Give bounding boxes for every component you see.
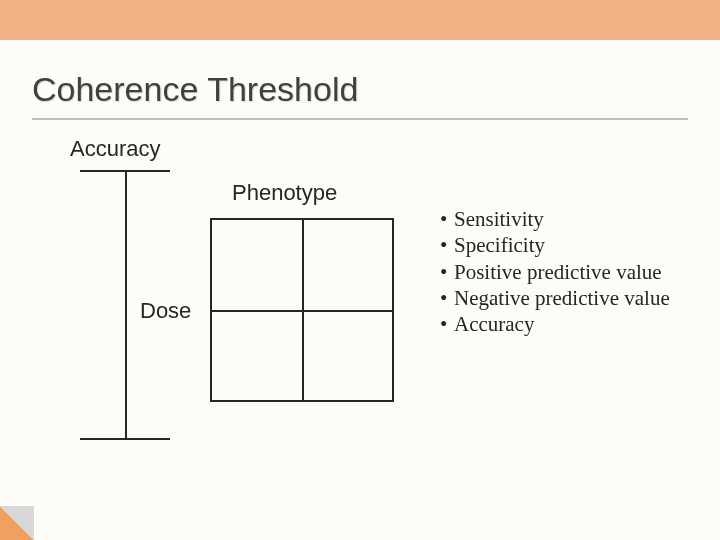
bullet-icon: • <box>440 311 454 337</box>
list-item: • Specificity <box>440 232 700 258</box>
list-item: • Sensitivity <box>440 206 700 232</box>
bracket-bottom <box>80 438 170 440</box>
dose-label: Dose <box>140 298 191 324</box>
title-underline <box>32 118 688 120</box>
list-item-label: Specificity <box>454 232 545 258</box>
list-item-label: Accuracy <box>454 311 534 337</box>
page-curl-icon <box>0 506 34 540</box>
list-item-label: Positive predictive value <box>454 259 662 285</box>
list-item-label: Sensitivity <box>454 206 544 232</box>
bullet-icon: • <box>440 232 454 258</box>
grid-horizontal-divider <box>212 310 392 312</box>
list-item: • Negative predictive value <box>440 285 700 311</box>
bullet-icon: • <box>440 285 454 311</box>
two-by-two-grid <box>210 218 394 402</box>
bracket-vertical <box>125 170 127 438</box>
bullet-icon: • <box>440 206 454 232</box>
list-item: • Accuracy <box>440 311 700 337</box>
bullet-icon: • <box>440 259 454 285</box>
list-item-label: Negative predictive value <box>454 285 670 311</box>
header-bar <box>0 0 720 40</box>
phenotype-label: Phenotype <box>232 180 337 206</box>
bullet-list: • Sensitivity • Specificity • Positive p… <box>440 206 700 337</box>
list-item: • Positive predictive value <box>440 259 700 285</box>
accuracy-label: Accuracy <box>70 136 160 162</box>
slide-title: Coherence Threshold <box>32 70 358 109</box>
